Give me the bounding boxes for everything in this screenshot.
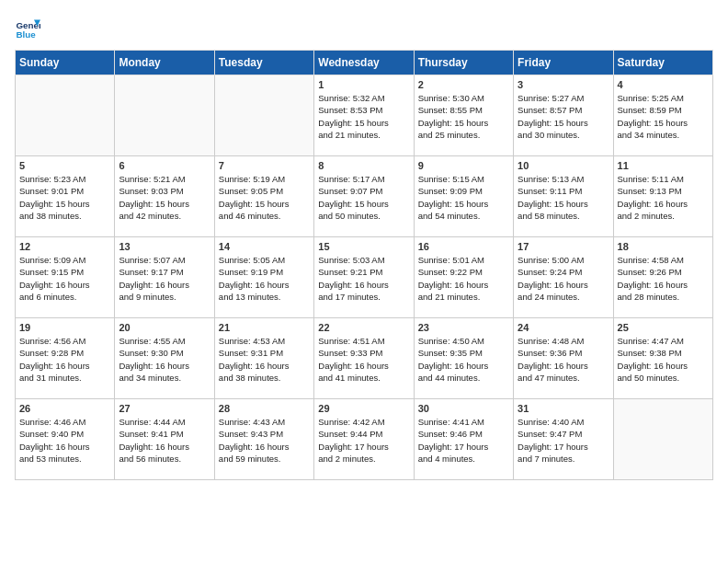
day-cell: 12Sunrise: 5:09 AM Sunset: 9:15 PM Dayli… — [16, 237, 115, 318]
day-info: Sunrise: 5:00 AM Sunset: 9:24 PM Dayligh… — [518, 254, 609, 303]
day-info: Sunrise: 4:47 AM Sunset: 9:38 PM Dayligh… — [618, 335, 709, 384]
week-row-1: 1Sunrise: 5:32 AM Sunset: 8:53 PM Daylig… — [16, 75, 713, 156]
day-number: 2 — [418, 79, 509, 90]
day-cell: 6Sunrise: 5:21 AM Sunset: 9:03 PM Daylig… — [115, 156, 214, 237]
day-cell: 4Sunrise: 5:25 AM Sunset: 8:59 PM Daylig… — [613, 75, 712, 156]
day-number: 27 — [119, 403, 210, 414]
day-number: 3 — [518, 79, 609, 90]
day-cell: 30Sunrise: 4:41 AM Sunset: 9:46 PM Dayli… — [414, 399, 513, 480]
calendar-table: SundayMondayTuesdayWednesdayThursdayFrid… — [15, 50, 713, 480]
day-number: 31 — [518, 403, 609, 414]
page-header: General Blue — [15, 15, 713, 40]
day-cell: 20Sunrise: 4:55 AM Sunset: 9:30 PM Dayli… — [115, 318, 214, 399]
day-number: 1 — [318, 79, 409, 90]
day-number: 24 — [518, 322, 609, 333]
col-header-monday: Monday — [115, 51, 214, 75]
day-cell — [115, 75, 214, 156]
day-cell: 22Sunrise: 4:51 AM Sunset: 9:33 PM Dayli… — [314, 318, 414, 399]
day-info: Sunrise: 5:19 AM Sunset: 9:05 PM Dayligh… — [219, 173, 310, 222]
day-info: Sunrise: 5:03 AM Sunset: 9:21 PM Dayligh… — [318, 254, 409, 303]
day-info: Sunrise: 4:50 AM Sunset: 9:35 PM Dayligh… — [418, 335, 509, 384]
day-info: Sunrise: 5:23 AM Sunset: 9:01 PM Dayligh… — [19, 173, 110, 222]
day-cell: 16Sunrise: 5:01 AM Sunset: 9:22 PM Dayli… — [414, 237, 513, 318]
day-cell: 15Sunrise: 5:03 AM Sunset: 9:21 PM Dayli… — [314, 237, 414, 318]
day-info: Sunrise: 4:48 AM Sunset: 9:36 PM Dayligh… — [518, 335, 609, 384]
day-info: Sunrise: 5:21 AM Sunset: 9:03 PM Dayligh… — [119, 173, 210, 222]
day-cell: 29Sunrise: 4:42 AM Sunset: 9:44 PM Dayli… — [314, 399, 414, 480]
header-row: SundayMondayTuesdayWednesdayThursdayFrid… — [16, 51, 713, 75]
day-number: 4 — [618, 79, 709, 90]
day-cell: 1Sunrise: 5:32 AM Sunset: 8:53 PM Daylig… — [314, 75, 414, 156]
col-header-tuesday: Tuesday — [214, 51, 313, 75]
day-cell — [613, 399, 712, 480]
day-info: Sunrise: 5:27 AM Sunset: 8:57 PM Dayligh… — [518, 92, 609, 141]
day-number: 25 — [618, 322, 709, 333]
day-number: 6 — [119, 160, 210, 171]
day-cell: 13Sunrise: 5:07 AM Sunset: 9:17 PM Dayli… — [115, 237, 214, 318]
day-number: 28 — [219, 403, 310, 414]
day-cell: 5Sunrise: 5:23 AM Sunset: 9:01 PM Daylig… — [16, 156, 115, 237]
day-cell — [16, 75, 115, 156]
day-info: Sunrise: 5:15 AM Sunset: 9:09 PM Dayligh… — [418, 173, 509, 222]
day-cell — [214, 75, 313, 156]
day-info: Sunrise: 4:56 AM Sunset: 9:28 PM Dayligh… — [19, 335, 110, 384]
day-cell: 26Sunrise: 4:46 AM Sunset: 9:40 PM Dayli… — [16, 399, 115, 480]
day-cell: 17Sunrise: 5:00 AM Sunset: 9:24 PM Dayli… — [514, 237, 613, 318]
day-info: Sunrise: 5:17 AM Sunset: 9:07 PM Dayligh… — [318, 173, 409, 222]
day-info: Sunrise: 4:44 AM Sunset: 9:41 PM Dayligh… — [119, 416, 210, 465]
day-cell: 10Sunrise: 5:13 AM Sunset: 9:11 PM Dayli… — [514, 156, 613, 237]
svg-text:Blue: Blue — [16, 29, 36, 40]
day-number: 18 — [618, 241, 709, 252]
col-header-friday: Friday — [514, 51, 613, 75]
day-cell: 9Sunrise: 5:15 AM Sunset: 9:09 PM Daylig… — [414, 156, 513, 237]
day-info: Sunrise: 4:58 AM Sunset: 9:26 PM Dayligh… — [618, 254, 709, 303]
day-info: Sunrise: 4:41 AM Sunset: 9:46 PM Dayligh… — [418, 416, 509, 465]
day-number: 12 — [19, 241, 110, 252]
day-cell: 31Sunrise: 4:40 AM Sunset: 9:47 PM Dayli… — [514, 399, 613, 480]
day-number: 30 — [418, 403, 509, 414]
day-cell: 25Sunrise: 4:47 AM Sunset: 9:38 PM Dayli… — [613, 318, 712, 399]
day-cell: 28Sunrise: 4:43 AM Sunset: 9:43 PM Dayli… — [214, 399, 313, 480]
day-info: Sunrise: 4:55 AM Sunset: 9:30 PM Dayligh… — [119, 335, 210, 384]
day-info: Sunrise: 5:01 AM Sunset: 9:22 PM Dayligh… — [418, 254, 509, 303]
day-number: 13 — [119, 241, 210, 252]
day-number: 21 — [219, 322, 310, 333]
day-number: 26 — [19, 403, 110, 414]
day-number: 5 — [19, 160, 110, 171]
week-row-5: 26Sunrise: 4:46 AM Sunset: 9:40 PM Dayli… — [16, 399, 713, 480]
day-cell: 24Sunrise: 4:48 AM Sunset: 9:36 PM Dayli… — [514, 318, 613, 399]
logo: General Blue — [15, 15, 44, 40]
day-number: 19 — [19, 322, 110, 333]
day-cell: 27Sunrise: 4:44 AM Sunset: 9:41 PM Dayli… — [115, 399, 214, 480]
week-row-4: 19Sunrise: 4:56 AM Sunset: 9:28 PM Dayli… — [16, 318, 713, 399]
col-header-saturday: Saturday — [613, 51, 712, 75]
day-cell: 11Sunrise: 5:11 AM Sunset: 9:13 PM Dayli… — [613, 156, 712, 237]
day-info: Sunrise: 4:42 AM Sunset: 9:44 PM Dayligh… — [318, 416, 409, 465]
day-info: Sunrise: 4:46 AM Sunset: 9:40 PM Dayligh… — [19, 416, 110, 465]
logo-icon: General Blue — [15, 15, 40, 40]
day-info: Sunrise: 5:11 AM Sunset: 9:13 PM Dayligh… — [618, 173, 709, 222]
day-cell: 19Sunrise: 4:56 AM Sunset: 9:28 PM Dayli… — [16, 318, 115, 399]
col-header-thursday: Thursday — [414, 51, 513, 75]
day-number: 11 — [618, 160, 709, 171]
day-number: 22 — [318, 322, 409, 333]
day-number: 23 — [418, 322, 509, 333]
day-number: 8 — [318, 160, 409, 171]
day-number: 29 — [318, 403, 409, 414]
day-info: Sunrise: 5:09 AM Sunset: 9:15 PM Dayligh… — [19, 254, 110, 303]
day-cell: 23Sunrise: 4:50 AM Sunset: 9:35 PM Dayli… — [414, 318, 513, 399]
day-number: 9 — [418, 160, 509, 171]
day-cell: 2Sunrise: 5:30 AM Sunset: 8:55 PM Daylig… — [414, 75, 513, 156]
day-cell: 3Sunrise: 5:27 AM Sunset: 8:57 PM Daylig… — [514, 75, 613, 156]
day-number: 17 — [518, 241, 609, 252]
day-number: 14 — [219, 241, 310, 252]
day-cell: 14Sunrise: 5:05 AM Sunset: 9:19 PM Dayli… — [214, 237, 313, 318]
day-cell: 21Sunrise: 4:53 AM Sunset: 9:31 PM Dayli… — [214, 318, 313, 399]
day-info: Sunrise: 4:53 AM Sunset: 9:31 PM Dayligh… — [219, 335, 310, 384]
col-header-wednesday: Wednesday — [314, 51, 414, 75]
day-number: 16 — [418, 241, 509, 252]
week-row-2: 5Sunrise: 5:23 AM Sunset: 9:01 PM Daylig… — [16, 156, 713, 237]
day-number: 20 — [119, 322, 210, 333]
day-info: Sunrise: 5:13 AM Sunset: 9:11 PM Dayligh… — [518, 173, 609, 222]
day-info: Sunrise: 5:07 AM Sunset: 9:17 PM Dayligh… — [119, 254, 210, 303]
